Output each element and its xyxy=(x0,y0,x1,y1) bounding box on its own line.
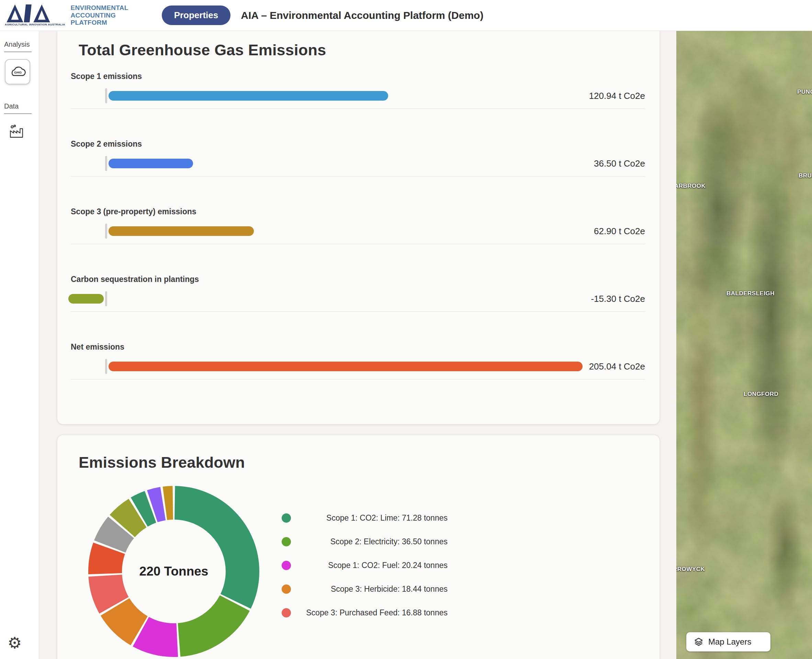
emission-value: 205.04 t Co2e xyxy=(589,358,645,374)
emission-row-label: Net emissions xyxy=(71,342,645,352)
platform-name-line: PLATFORM xyxy=(70,19,128,27)
factory-icon xyxy=(9,124,25,139)
legend-item: Scope 3: Purchased Feed: 16.88 tonnes xyxy=(282,608,448,618)
legend-color-dot xyxy=(282,537,291,546)
zero-axis-tick xyxy=(105,88,107,103)
legend-label: Scope 3: Purchased Feed: 16.88 tonnes xyxy=(291,608,448,618)
main-content: Total Greenhouse Gas Emissions Scope 1 e… xyxy=(39,31,676,659)
map-layers-button[interactable]: Map Layers xyxy=(686,632,771,651)
emission-row-label: Carbon sequestration in plantings xyxy=(71,274,645,284)
properties-button[interactable]: Properties xyxy=(162,5,231,25)
platform-name-line: ENVIRONMENTAL xyxy=(70,4,128,12)
emission-value: 120.94 t Co2e xyxy=(589,88,645,104)
legend-label: Scope 1: CO2: Lime: 71.28 tonnes xyxy=(291,513,448,523)
ghg-analysis-button[interactable]: GHG xyxy=(5,59,30,85)
sidebar-section-data: Data xyxy=(4,102,32,114)
aia-logo: AGRICULTURAL INNOVATION AUSTRALIA xyxy=(5,5,65,26)
zero-axis-tick xyxy=(105,224,107,239)
legend-color-dot xyxy=(282,561,291,570)
emission-bar xyxy=(109,226,254,236)
zero-axis-tick xyxy=(105,359,107,374)
gear-icon: ⚙ xyxy=(8,634,22,652)
legend-label: Scope 1: CO2: Fuel: 20.24 tonnes xyxy=(291,561,448,570)
map-shade-overlay xyxy=(676,31,812,659)
platform-name: ENVIRONMENTAL ACCOUNTING PLATFORM xyxy=(70,4,128,27)
emission-bar-track: 205.04 t Co2e xyxy=(71,358,645,374)
app-header: AGRICULTURAL INNOVATION AUSTRALIA ENVIRO… xyxy=(0,0,812,31)
settings-button[interactable]: ⚙ xyxy=(8,635,22,651)
emission-bar-track: 120.94 t Co2e xyxy=(71,88,645,104)
emission-bar-track: -15.30 t Co2e xyxy=(71,291,645,307)
legend-color-dot xyxy=(282,608,291,618)
emissions-rows: Scope 1 emissions120.94 t Co2eScope 2 em… xyxy=(71,71,645,380)
legend-item: Scope 1: CO2: Lime: 71.28 tonnes xyxy=(282,513,448,523)
emission-value: -15.30 t Co2e xyxy=(591,291,645,307)
emission-row-label: Scope 3 (pre-property) emissions xyxy=(71,207,645,216)
legend-color-dot xyxy=(282,585,291,594)
legend-label: Scope 3: Herbicide: 18.44 tonnes xyxy=(291,585,448,594)
emission-bar xyxy=(109,362,583,371)
aia-logo-mark xyxy=(5,5,56,22)
ghg-icon-text: GHG xyxy=(14,70,22,74)
legend-item: Scope 1: CO2: Fuel: 20.24 tonnes xyxy=(282,561,448,570)
emission-row-label: Scope 1 emissions xyxy=(71,71,645,81)
emissions-card-title: Total Greenhouse Gas Emissions xyxy=(79,41,645,59)
donut-chart: 220 Tonnes xyxy=(88,486,260,657)
layers-icon xyxy=(694,637,703,646)
emission-bar xyxy=(68,294,104,304)
page-title: AIA – Environmental Accounting Platform … xyxy=(241,9,483,21)
donut-legend: Scope 1: CO2: Lime: 71.28 tonnesScope 2:… xyxy=(282,513,448,632)
emission-bar-track: 62.90 t Co2e xyxy=(71,223,645,239)
emission-bar xyxy=(109,159,193,168)
emission-row: Scope 1 emissions120.94 t Co2e xyxy=(71,71,645,109)
legend-item: Scope 3: Herbicide: 18.44 tonnes xyxy=(282,585,448,594)
sidebar-section-analysis: Analysis xyxy=(4,41,32,52)
legend-color-dot xyxy=(282,513,291,523)
logo-tagline: AGRICULTURAL INNOVATION AUSTRALIA xyxy=(5,23,65,26)
emissions-breakdown-card: Emissions Breakdown 220 Tonnes Scope 1: … xyxy=(57,435,660,659)
map-layers-label: Map Layers xyxy=(708,637,751,646)
total-emissions-card: Total Greenhouse Gas Emissions Scope 1 e… xyxy=(57,31,660,424)
breakdown-card-title: Emissions Breakdown xyxy=(79,454,645,471)
emission-row-label: Scope 2 emissions xyxy=(71,139,645,149)
donut-svg xyxy=(88,486,260,657)
legend-item: Scope 2: Electricity: 36.50 tonnes xyxy=(282,537,448,546)
legend-label: Scope 2: Electricity: 36.50 tonnes xyxy=(291,537,448,546)
emission-row: Scope 3 (pre-property) emissions62.90 t … xyxy=(71,207,645,244)
emissions-data-button[interactable] xyxy=(9,124,25,140)
emission-row: Net emissions205.04 t Co2e xyxy=(71,342,645,380)
zero-axis-tick xyxy=(105,291,107,306)
sidebar: Analysis GHG Data ⚙ xyxy=(0,31,39,659)
emission-row: Carbon sequestration in plantings-15.30 … xyxy=(71,274,645,312)
emission-bar-track: 36.50 t Co2e xyxy=(71,156,645,171)
emission-row: Scope 2 emissions36.50 t Co2e xyxy=(71,139,645,177)
platform-name-line: ACCOUNTING xyxy=(70,12,128,19)
zero-axis-tick xyxy=(105,156,107,171)
emission-value: 36.50 t Co2e xyxy=(594,156,645,171)
emission-value: 62.90 t Co2e xyxy=(594,223,645,239)
emission-bar xyxy=(109,91,388,101)
map-panel[interactable]: PUNCBRUSARBROOKBALDERSLEIGHLONGFORDRROWY… xyxy=(676,31,812,659)
ghg-cloud-icon: GHG xyxy=(9,64,27,79)
